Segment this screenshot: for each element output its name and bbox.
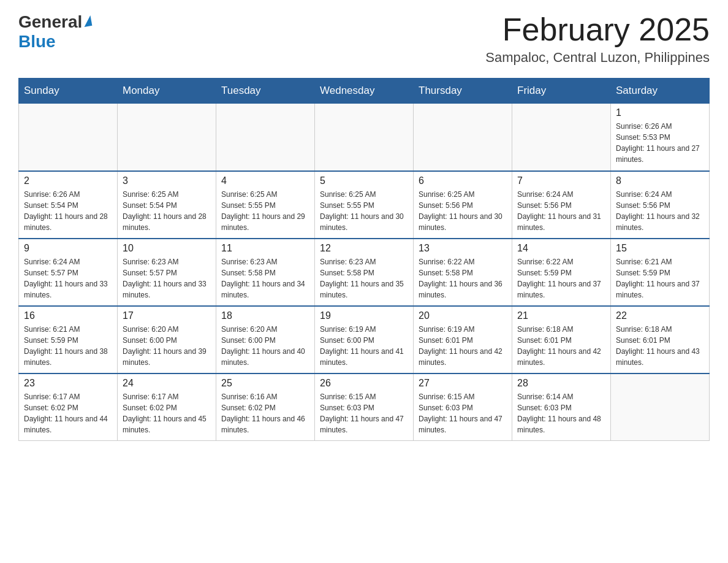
day-number: 13 bbox=[419, 243, 507, 254]
calendar-cell bbox=[118, 104, 216, 171]
day-info: Sunrise: 6:21 AM Sunset: 5:59 PM Dayligh… bbox=[24, 324, 112, 368]
day-number: 15 bbox=[616, 243, 704, 254]
day-number: 26 bbox=[320, 378, 408, 389]
day-info: Sunrise: 6:15 AM Sunset: 6:03 PM Dayligh… bbox=[320, 391, 408, 435]
day-number: 5 bbox=[320, 175, 408, 186]
calendar-cell bbox=[19, 104, 118, 171]
day-number: 18 bbox=[221, 310, 309, 321]
day-info: Sunrise: 6:23 AM Sunset: 5:58 PM Dayligh… bbox=[221, 256, 309, 301]
column-header-saturday: Saturday bbox=[611, 79, 710, 104]
day-number: 21 bbox=[517, 310, 605, 321]
logo-arrow-shape bbox=[83, 15, 93, 27]
calendar-cell: 11Sunrise: 6:23 AM Sunset: 5:58 PM Dayli… bbox=[216, 239, 315, 306]
calendar-cell: 1Sunrise: 6:26 AM Sunset: 5:53 PM Daylig… bbox=[611, 104, 710, 171]
day-number: 7 bbox=[517, 175, 605, 186]
day-number: 20 bbox=[419, 310, 507, 321]
day-number: 14 bbox=[517, 243, 605, 254]
day-info: Sunrise: 6:26 AM Sunset: 5:54 PM Dayligh… bbox=[24, 189, 112, 233]
day-info: Sunrise: 6:19 AM Sunset: 6:01 PM Dayligh… bbox=[419, 324, 507, 368]
day-info: Sunrise: 6:23 AM Sunset: 5:58 PM Dayligh… bbox=[320, 256, 408, 301]
day-info: Sunrise: 6:25 AM Sunset: 5:54 PM Dayligh… bbox=[123, 189, 211, 233]
calendar-cell bbox=[315, 104, 414, 171]
day-info: Sunrise: 6:24 AM Sunset: 5:56 PM Dayligh… bbox=[616, 189, 704, 233]
calendar-cell: 9Sunrise: 6:24 AM Sunset: 5:57 PM Daylig… bbox=[19, 239, 118, 306]
calendar-cell: 22Sunrise: 6:18 AM Sunset: 6:01 PM Dayli… bbox=[611, 306, 710, 373]
day-info: Sunrise: 6:19 AM Sunset: 6:00 PM Dayligh… bbox=[320, 324, 408, 368]
calendar-cell: 24Sunrise: 6:17 AM Sunset: 6:02 PM Dayli… bbox=[118, 373, 216, 441]
location-subtitle: Sampaloc, Central Luzon, Philippines bbox=[485, 50, 710, 66]
column-header-tuesday: Tuesday bbox=[216, 79, 315, 104]
logo: General Blue bbox=[18, 12, 91, 52]
day-info: Sunrise: 6:15 AM Sunset: 6:03 PM Dayligh… bbox=[419, 391, 507, 435]
day-info: Sunrise: 6:22 AM Sunset: 5:58 PM Dayligh… bbox=[419, 256, 507, 301]
calendar-cell bbox=[512, 104, 611, 171]
day-number: 2 bbox=[24, 175, 112, 186]
calendar-cell: 26Sunrise: 6:15 AM Sunset: 6:03 PM Dayli… bbox=[315, 373, 414, 441]
day-number: 10 bbox=[123, 243, 211, 254]
calendar-cell: 19Sunrise: 6:19 AM Sunset: 6:00 PM Dayli… bbox=[315, 306, 414, 373]
calendar-cell bbox=[216, 104, 315, 171]
day-number: 8 bbox=[616, 175, 704, 186]
day-info: Sunrise: 6:25 AM Sunset: 5:55 PM Dayligh… bbox=[221, 189, 309, 233]
day-number: 16 bbox=[24, 310, 112, 321]
calendar-cell: 3Sunrise: 6:25 AM Sunset: 5:54 PM Daylig… bbox=[118, 171, 216, 239]
calendar-cell: 4Sunrise: 6:25 AM Sunset: 5:55 PM Daylig… bbox=[216, 171, 315, 239]
calendar-cell: 10Sunrise: 6:23 AM Sunset: 5:57 PM Dayli… bbox=[118, 239, 216, 306]
calendar-cell: 14Sunrise: 6:22 AM Sunset: 5:59 PM Dayli… bbox=[512, 239, 611, 306]
column-header-wednesday: Wednesday bbox=[315, 79, 414, 104]
day-info: Sunrise: 6:18 AM Sunset: 6:01 PM Dayligh… bbox=[616, 324, 704, 368]
day-info: Sunrise: 6:20 AM Sunset: 6:00 PM Dayligh… bbox=[123, 324, 211, 368]
day-info: Sunrise: 6:20 AM Sunset: 6:00 PM Dayligh… bbox=[221, 324, 309, 368]
day-info: Sunrise: 6:26 AM Sunset: 5:53 PM Dayligh… bbox=[616, 121, 704, 165]
day-info: Sunrise: 6:25 AM Sunset: 5:56 PM Dayligh… bbox=[419, 189, 507, 233]
day-number: 12 bbox=[320, 243, 408, 254]
day-info: Sunrise: 6:22 AM Sunset: 5:59 PM Dayligh… bbox=[517, 256, 605, 301]
day-info: Sunrise: 6:24 AM Sunset: 5:57 PM Dayligh… bbox=[24, 256, 112, 301]
calendar-cell: 6Sunrise: 6:25 AM Sunset: 5:56 PM Daylig… bbox=[414, 171, 512, 239]
calendar-cell: 8Sunrise: 6:24 AM Sunset: 5:56 PM Daylig… bbox=[611, 171, 710, 239]
day-number: 9 bbox=[24, 243, 112, 254]
logo-blue-text: Blue bbox=[18, 32, 56, 51]
day-number: 27 bbox=[419, 378, 507, 389]
day-number: 24 bbox=[123, 378, 211, 389]
day-info: Sunrise: 6:25 AM Sunset: 5:55 PM Dayligh… bbox=[320, 189, 408, 233]
calendar-cell: 28Sunrise: 6:14 AM Sunset: 6:03 PM Dayli… bbox=[512, 373, 611, 441]
calendar-cell: 23Sunrise: 6:17 AM Sunset: 6:02 PM Dayli… bbox=[19, 373, 118, 441]
day-number: 23 bbox=[24, 378, 112, 389]
calendar-cell: 12Sunrise: 6:23 AM Sunset: 5:58 PM Dayli… bbox=[315, 239, 414, 306]
calendar-week-row: 23Sunrise: 6:17 AM Sunset: 6:02 PM Dayli… bbox=[19, 373, 710, 441]
day-number: 11 bbox=[221, 243, 309, 254]
day-info: Sunrise: 6:18 AM Sunset: 6:01 PM Dayligh… bbox=[517, 324, 605, 368]
month-title: February 2025 bbox=[485, 12, 710, 47]
day-info: Sunrise: 6:23 AM Sunset: 5:57 PM Dayligh… bbox=[123, 256, 211, 301]
calendar-cell: 20Sunrise: 6:19 AM Sunset: 6:01 PM Dayli… bbox=[414, 306, 512, 373]
calendar-cell: 5Sunrise: 6:25 AM Sunset: 5:55 PM Daylig… bbox=[315, 171, 414, 239]
day-number: 3 bbox=[123, 175, 211, 186]
day-info: Sunrise: 6:17 AM Sunset: 6:02 PM Dayligh… bbox=[123, 391, 211, 435]
day-info: Sunrise: 6:21 AM Sunset: 5:59 PM Dayligh… bbox=[616, 256, 704, 301]
calendar-week-row: 9Sunrise: 6:24 AM Sunset: 5:57 PM Daylig… bbox=[19, 239, 710, 306]
calendar-cell: 7Sunrise: 6:24 AM Sunset: 5:56 PM Daylig… bbox=[512, 171, 611, 239]
calendar-cell: 15Sunrise: 6:21 AM Sunset: 5:59 PM Dayli… bbox=[611, 239, 710, 306]
calendar-table: SundayMondayTuesdayWednesdayThursdayFrid… bbox=[18, 78, 710, 441]
title-block: February 2025 Sampaloc, Central Luzon, P… bbox=[485, 12, 710, 66]
calendar-cell: 13Sunrise: 6:22 AM Sunset: 5:58 PM Dayli… bbox=[414, 239, 512, 306]
logo-general-text: General bbox=[18, 12, 82, 32]
calendar-week-row: 2Sunrise: 6:26 AM Sunset: 5:54 PM Daylig… bbox=[19, 171, 710, 239]
calendar-cell: 25Sunrise: 6:16 AM Sunset: 6:02 PM Dayli… bbox=[216, 373, 315, 441]
column-header-friday: Friday bbox=[512, 79, 611, 104]
calendar-cell: 27Sunrise: 6:15 AM Sunset: 6:03 PM Dayli… bbox=[414, 373, 512, 441]
calendar-cell bbox=[414, 104, 512, 171]
calendar-week-row: 1Sunrise: 6:26 AM Sunset: 5:53 PM Daylig… bbox=[19, 104, 710, 171]
calendar-header-row: SundayMondayTuesdayWednesdayThursdayFrid… bbox=[19, 79, 710, 104]
day-number: 22 bbox=[616, 310, 704, 321]
calendar-cell: 18Sunrise: 6:20 AM Sunset: 6:00 PM Dayli… bbox=[216, 306, 315, 373]
calendar-cell bbox=[611, 373, 710, 441]
day-number: 19 bbox=[320, 310, 408, 321]
day-info: Sunrise: 6:17 AM Sunset: 6:02 PM Dayligh… bbox=[24, 391, 112, 435]
calendar-cell: 16Sunrise: 6:21 AM Sunset: 5:59 PM Dayli… bbox=[19, 306, 118, 373]
day-info: Sunrise: 6:24 AM Sunset: 5:56 PM Dayligh… bbox=[517, 189, 605, 233]
column-header-sunday: Sunday bbox=[19, 79, 118, 104]
day-number: 6 bbox=[419, 175, 507, 186]
column-header-thursday: Thursday bbox=[414, 79, 512, 104]
